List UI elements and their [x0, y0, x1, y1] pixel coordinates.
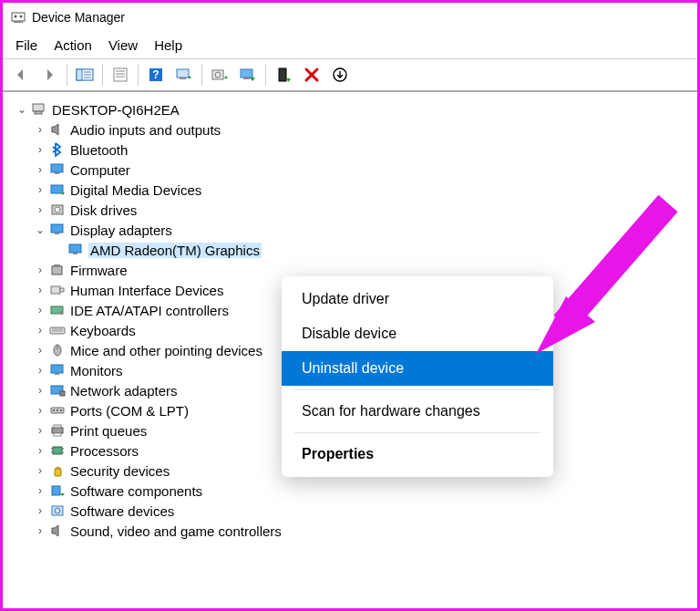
pc-icon — [30, 101, 48, 118]
tree-item-5[interactable]: ⌄Display adapters — [6, 220, 694, 240]
menu-bar: File Action View Help — [3, 32, 697, 59]
show-hide-console-button[interactable] — [72, 62, 98, 88]
expand-chevron[interactable]: › — [32, 424, 48, 437]
tree-item-label: Software components — [70, 483, 202, 499]
tree-item-0[interactable]: ›Audio inputs and outputs — [6, 119, 694, 140]
svg-rect-1 — [14, 21, 23, 23]
svg-rect-15 — [177, 69, 189, 78]
expand-chevron[interactable]: › — [32, 203, 48, 216]
context-item-properties[interactable]: Properties — [282, 437, 553, 471]
expand-chevron[interactable]: › — [32, 143, 48, 156]
svg-rect-54 — [54, 425, 61, 428]
expand-chevron[interactable]: › — [32, 404, 48, 417]
tree-item-3[interactable]: ›Digital Media Devices — [6, 180, 694, 200]
svg-rect-27 — [51, 185, 63, 193]
expand-chevron[interactable]: › — [32, 384, 48, 397]
expand-chevron[interactable]: ⌄ — [32, 223, 48, 236]
svg-rect-16 — [180, 78, 186, 79]
tree-item-4[interactable]: ›Disk drives — [6, 200, 694, 220]
cpu-icon — [48, 442, 67, 459]
tree-item-2[interactable]: ›Computer — [6, 160, 694, 180]
disable-device-button[interactable] — [235, 62, 261, 88]
forward-button[interactable] — [36, 62, 62, 88]
bluetooth-icon — [48, 141, 67, 158]
expand-chevron[interactable]: › — [32, 163, 48, 176]
media-icon — [48, 181, 67, 198]
context-item-disable-device[interactable]: Disable device — [282, 316, 553, 351]
svg-rect-55 — [54, 433, 61, 436]
properties-button[interactable] — [108, 62, 133, 88]
scan-hardware-button[interactable] — [171, 62, 197, 88]
tree-item-1[interactable]: ›Bluetooth — [6, 140, 694, 160]
expand-chevron[interactable]: › — [32, 444, 48, 457]
context-separator — [294, 432, 540, 433]
expand-chevron[interactable]: › — [32, 264, 48, 276]
speaker-icon — [48, 523, 67, 539]
expand-chevron[interactable]: › — [32, 344, 48, 357]
tree-item-label: Keyboards — [70, 323, 136, 338]
network-icon — [48, 382, 67, 399]
tree-item-label: Network adapters — [70, 383, 178, 399]
expand-chevron[interactable]: › — [32, 183, 48, 196]
svg-rect-33 — [73, 253, 77, 254]
expand-chevron[interactable]: › — [32, 364, 48, 377]
expand-chevron[interactable]: › — [32, 464, 48, 477]
svg-point-39 — [59, 311, 63, 315]
expand-chevron[interactable]: › — [32, 324, 48, 337]
tree-child-5-0[interactable]: AMD Radeon(TM) Graphics — [6, 240, 694, 260]
expand-chevron[interactable]: › — [32, 304, 48, 316]
svg-rect-53 — [52, 428, 63, 433]
tree-item-label: Digital Media Devices — [70, 182, 201, 198]
firmware-icon — [48, 262, 67, 278]
tree-item-label: Software devices — [70, 503, 174, 519]
svg-point-3 — [20, 16, 23, 18]
action-menu-button[interactable] — [327, 62, 353, 88]
monitor-icon — [67, 242, 85, 258]
context-item-update-driver[interactable]: Update driver — [282, 282, 553, 316]
menu-file[interactable]: File — [15, 37, 37, 53]
menu-action[interactable]: Action — [54, 37, 92, 53]
tree-item-label: AMD Radeon(TM) Graphics — [88, 243, 262, 258]
delete-button[interactable] — [299, 62, 324, 88]
expand-chevron[interactable]: › — [32, 484, 48, 497]
tree-item-label: Monitors — [70, 363, 123, 378]
svg-rect-45 — [51, 365, 63, 373]
svg-rect-61 — [55, 469, 61, 476]
mouse-icon — [48, 342, 67, 358]
svg-rect-25 — [51, 164, 63, 172]
uninstall-device-button[interactable] — [271, 62, 296, 88]
context-item-scan-for-hardware-changes[interactable]: Scan for hardware changes — [282, 394, 553, 429]
svg-rect-36 — [51, 286, 60, 294]
tree-item-label: IDE ATA/ATAPI controllers — [70, 303, 229, 318]
tree-item-label: Human Interface Devices — [70, 283, 223, 298]
svg-rect-20 — [243, 78, 250, 79]
svg-point-2 — [15, 16, 17, 18]
tree-item-17[interactable]: ›Software components — [6, 481, 694, 501]
menu-help[interactable]: Help — [154, 37, 182, 53]
tree-item-label: Computer — [70, 162, 130, 178]
tree-item-label: Ports (COM & LPT) — [70, 403, 189, 419]
expand-chevron[interactable]: ⌄ — [14, 103, 30, 116]
tree-root[interactable]: ⌄DESKTOP-QI6H2EA — [6, 99, 694, 119]
back-button[interactable] — [8, 62, 34, 88]
context-item-uninstall-device[interactable]: Uninstall device — [282, 351, 553, 386]
title-bar: Device Manager — [3, 3, 697, 32]
svg-point-29 — [55, 207, 60, 212]
expand-chevron[interactable]: › — [32, 524, 48, 537]
help-button[interactable]: ? — [143, 62, 169, 88]
svg-rect-52 — [60, 409, 62, 411]
expand-chevron[interactable]: › — [32, 284, 48, 296]
context-menu: Update driverDisable deviceUninstall dev… — [282, 276, 553, 477]
tree-item-19[interactable]: ›Sound, video and game controllers — [6, 521, 694, 541]
svg-rect-9 — [114, 68, 127, 81]
expand-chevron[interactable]: › — [32, 123, 48, 136]
monitor-icon — [48, 161, 67, 178]
svg-rect-35 — [54, 264, 60, 266]
tree-item-label: Sound, video and game controllers — [70, 523, 282, 539]
tree-item-label: Mice and other pointing devices — [70, 343, 262, 358]
printer-icon — [48, 422, 67, 439]
tree-item-18[interactable]: ›Software devices — [6, 501, 694, 521]
update-driver-button[interactable] — [207, 62, 232, 88]
menu-view[interactable]: View — [108, 37, 138, 53]
expand-chevron[interactable]: › — [32, 504, 48, 517]
